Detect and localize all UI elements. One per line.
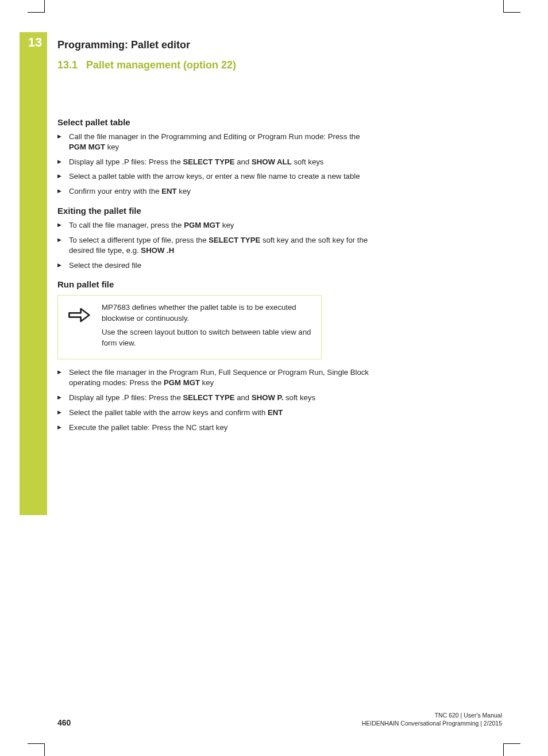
list-item: Select the desired file xyxy=(57,260,379,271)
crop-mark xyxy=(28,0,45,13)
footer-line-2: HEIDENHAIN Conversational Programming | … xyxy=(362,720,502,727)
section-number: 13.1 xyxy=(57,59,78,71)
page-footer: 460 TNC 620 | User's Manual HEIDENHAIN C… xyxy=(57,711,502,727)
footer-line-1: TNC 620 | User's Manual xyxy=(435,712,502,719)
chapter-number-badge: 13 xyxy=(24,33,46,52)
crop-mark xyxy=(503,743,520,756)
sidebar-color-bar xyxy=(20,32,47,515)
arrow-right-icon xyxy=(66,302,91,328)
note-text: MP7683 defines whether the pallet table … xyxy=(102,302,313,352)
section-name: Pallet management (option 22) xyxy=(86,59,236,71)
list-item: Display all type .P files: Press the SEL… xyxy=(57,157,379,167)
list-item: Call the file manager in the Programming… xyxy=(57,132,379,152)
crop-mark xyxy=(28,743,45,756)
bullet-list: Select the file manager in the Program R… xyxy=(57,367,379,432)
page-content: Programming: Pallet editor 13.1 Pallet m… xyxy=(57,39,379,439)
list-item: Execute the pallet table: Press the NC s… xyxy=(57,423,379,433)
bullet-list: Call the file manager in the Programming… xyxy=(57,132,379,197)
subsection-heading: Run pallet file xyxy=(57,279,379,289)
section-title: 13.1 Pallet management (option 22) xyxy=(57,59,379,71)
subsection-heading: Select pallet table xyxy=(57,117,379,127)
list-item: Confirm your entry with the ENT key xyxy=(57,186,379,197)
list-item: To call the file manager, press the PGM … xyxy=(57,220,379,231)
note-box: MP7683 defines whether the pallet table … xyxy=(57,295,322,359)
footer-meta: TNC 620 | User's Manual HEIDENHAIN Conve… xyxy=(362,711,502,727)
list-item: To select a different type of file, pres… xyxy=(57,235,379,256)
bullet-list: To call the file manager, press the PGM … xyxy=(57,220,379,270)
crop-mark xyxy=(503,0,520,13)
subsection-heading: Exiting the pallet file xyxy=(57,206,379,216)
list-item: Select a pallet table with the arrow key… xyxy=(57,171,379,182)
page-number: 460 xyxy=(57,718,71,727)
chapter-title: Programming: Pallet editor xyxy=(57,39,379,51)
list-item: Select the file manager in the Program R… xyxy=(57,367,379,388)
list-item: Display all type .P files: Press the SEL… xyxy=(57,393,379,403)
list-item: Select the pallet table with the arrow k… xyxy=(57,408,379,418)
